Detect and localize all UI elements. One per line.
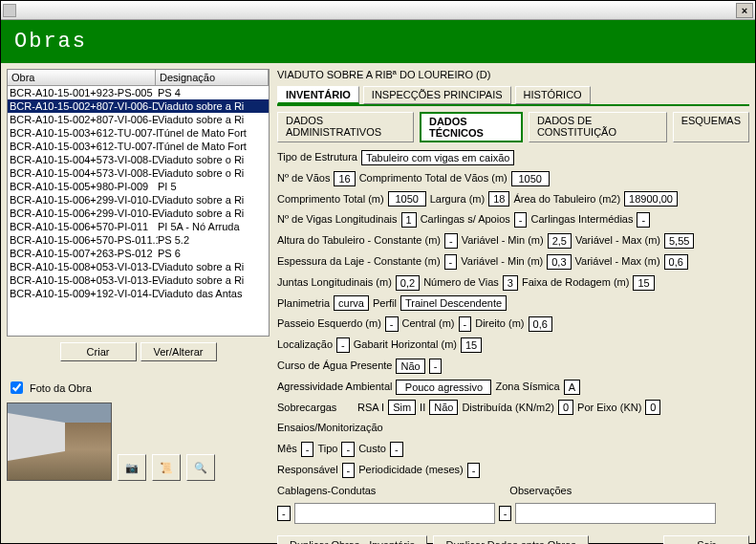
list-row[interactable]: BCR-A10-15-008+053-VI-013-DViaduto sobre… — [8, 260, 269, 273]
distribuida-label: Distribuída (KN/m2) — [462, 399, 554, 418]
custo[interactable]: - — [390, 442, 403, 457]
tab-historico[interactable]: HISTÓRICO — [515, 86, 591, 104]
list-row[interactable]: BCR-A10-15-006+570-PI-011PI 5A - Nó Arru… — [8, 220, 269, 233]
scanner-icon[interactable]: 📜 — [152, 454, 181, 481]
central-label: Central (m) — [402, 315, 455, 334]
list-row[interactable]: BCR-A10-15-007+263-PS-012PS 6 — [8, 247, 269, 260]
juntas[interactable]: 0,2 — [396, 275, 420, 291]
vigas-long[interactable]: 1 — [401, 212, 417, 228]
faixa[interactable]: 15 — [633, 275, 654, 291]
list-row[interactable]: BCR-A10-15-002+807-VI-006-EViaduto sobre… — [8, 113, 269, 126]
area-tab[interactable]: 18900,00 — [624, 191, 678, 207]
col-designacao[interactable]: Designação — [156, 70, 269, 85]
list-row[interactable]: BCR-A10-15-009+192-VI-014-DViaduto das A… — [8, 287, 269, 300]
perfil[interactable]: Trainel Descendente — [400, 295, 507, 311]
passeio-esq[interactable]: - — [385, 316, 399, 332]
n-vaos[interactable]: 16 — [334, 171, 355, 186]
planimetria-label: Planimetria — [277, 294, 330, 314]
rsa1[interactable]: Sim — [388, 400, 416, 415]
zoom-icon[interactable]: 🔍 — [186, 454, 215, 481]
obras-list[interactable]: Obra Designação BCR-A10-15-001+923-PS-00… — [7, 69, 270, 337]
comp-total-vaos[interactable]: 1050 — [511, 171, 550, 186]
criar-button[interactable]: Criar — [60, 342, 137, 361]
subtab-esquemas[interactable]: ESQUEMAS — [673, 112, 749, 142]
localizacao[interactable]: - — [336, 337, 350, 353]
altura-var-max[interactable]: 5,55 — [664, 233, 694, 249]
direito[interactable]: 0,6 — [529, 316, 552, 332]
esp-var-min-label: Variável - Min (m) — [461, 252, 543, 272]
rsa1-label: RSA I — [357, 399, 384, 418]
list-row[interactable]: BCR-A10-15-006+299-VI-010-EViaduto sobre… — [8, 207, 269, 220]
window-icon — [3, 4, 16, 17]
sair-button[interactable]: Sair — [663, 535, 749, 544]
central[interactable]: - — [459, 316, 472, 332]
agressiv[interactable]: Pouco agressivo — [396, 380, 491, 395]
passeio-esq-label: Passeio Esquerdo (m) — [277, 315, 381, 334]
list-row[interactable]: BCR-A10-15-006+570-PS-011.1PS 5.2 — [8, 233, 269, 247]
duplicar-dados-button[interactable]: Duplicar Dados entre Obras — [433, 535, 588, 544]
tipo-estrutura[interactable]: Tabuleiro com vigas em caixão — [361, 150, 514, 165]
por-eixo[interactable]: 0 — [645, 400, 660, 415]
esp-var-min[interactable]: 0,3 — [547, 254, 571, 270]
num-vias[interactable]: 3 — [503, 275, 518, 291]
comp-total[interactable]: 1050 — [388, 191, 426, 207]
col-obra[interactable]: Obra — [8, 70, 156, 85]
custo-label: Custo — [358, 440, 386, 459]
tab-inspeccoes[interactable]: INSPECÇÕES PRINCIPAIS — [363, 86, 511, 104]
esp-var-max[interactable]: 0,6 — [664, 254, 688, 270]
altura-var-min-label: Variável - Min (m) — [462, 231, 544, 250]
comp-total-vaos-label: Comprimento Total de Vãos (m) — [359, 169, 508, 188]
altura-var-max-label: Variável - Max (m) — [575, 231, 660, 250]
list-row[interactable]: BCR-A10-15-004+573-VI-008-EViaduto sobre… — [8, 166, 269, 180]
periodicidade-label: Periodicidade (meses) — [358, 461, 463, 480]
planimetria[interactable]: curva — [334, 295, 369, 311]
largura[interactable]: 18 — [488, 191, 509, 207]
area-tab-label: Área do Tabuleiro (m2) — [513, 190, 620, 209]
curso-agua-2[interactable]: - — [429, 359, 443, 374]
carlingas-apoios[interactable]: - — [514, 212, 528, 228]
mes[interactable]: - — [301, 442, 314, 457]
distribuida[interactable]: 0 — [558, 400, 573, 415]
close-button[interactable]: × — [736, 3, 753, 18]
list-row[interactable]: BCR-A10-15-002+807-VI-006-DViaduto sobre… — [8, 99, 269, 113]
altura-var-min[interactable]: 2,5 — [548, 233, 572, 249]
carlingas-int[interactable]: - — [637, 212, 650, 228]
direito-label: Direito (m) — [475, 315, 524, 334]
obra-photo — [7, 403, 112, 481]
zona-sismica[interactable]: A — [564, 380, 580, 395]
list-row[interactable]: BCR-A10-15-004+573-VI-008-DViaduto sobre… — [8, 153, 269, 166]
esp-var-max-label: Variável - Max (m) — [575, 252, 660, 272]
curso-agua[interactable]: Não — [396, 359, 424, 374]
tab-inventario[interactable]: INVENTÁRIO — [277, 86, 359, 104]
subtab-admin[interactable]: DADOS ADMINISTRATIVOS — [277, 112, 414, 142]
observacoes-val[interactable]: - — [499, 506, 512, 521]
list-row[interactable]: BCR-A10-15-003+612-TU-007-DTúnel de Mato… — [8, 126, 269, 140]
tipo-estrutura-label: Tipo de Estrutura — [277, 148, 357, 167]
list-row[interactable]: BCR-A10-15-005+980-PI-009PI 5 — [8, 180, 269, 193]
camera-icon[interactable]: 📷 — [118, 454, 146, 481]
tipo-label: Tipo — [317, 440, 337, 459]
list-row[interactable]: BCR-A10-15-008+053-VI-013-EViaduto sobre… — [8, 273, 269, 287]
foto-checkbox[interactable] — [11, 381, 23, 394]
cablagens-val[interactable]: - — [277, 506, 291, 521]
rsa2-label: II — [420, 399, 425, 418]
periodicidade[interactable]: - — [467, 463, 481, 478]
subtab-constituicao[interactable]: DADOS DE CONSTITUIÇÃO — [529, 112, 667, 142]
duplicar-obras-button[interactable]: Duplicar Obras - Inventário — [277, 535, 427, 544]
observacoes-text[interactable] — [515, 503, 716, 524]
list-row[interactable]: BCR-A10-15-001+923-PS-005PS 4 — [8, 86, 269, 99]
responsavel[interactable]: - — [342, 463, 356, 478]
subtab-tecnicos[interactable]: DADOS TÉCNICOS — [420, 112, 523, 142]
cablagens-text[interactable] — [294, 503, 495, 524]
altura-const[interactable]: - — [444, 233, 458, 249]
list-row[interactable]: BCR-A10-15-006+299-VI-010-DViaduto sobre… — [8, 193, 269, 207]
rsa2[interactable]: Não — [429, 400, 458, 415]
responsavel-label: Responsável — [277, 461, 338, 480]
list-row[interactable]: BCR-A10-15-003+612-TU-007-ETúnel de Mato… — [8, 140, 269, 153]
tipo[interactable]: - — [341, 442, 355, 457]
ensaios-label: Ensaios/Monitorização — [277, 419, 383, 438]
cablagens-label: Cablagens-Condutas — [277, 482, 376, 501]
ver-alterar-button[interactable]: Ver/Alterar — [140, 342, 217, 361]
espessura-const[interactable]: - — [444, 254, 458, 270]
gabarit[interactable]: 15 — [461, 337, 482, 353]
